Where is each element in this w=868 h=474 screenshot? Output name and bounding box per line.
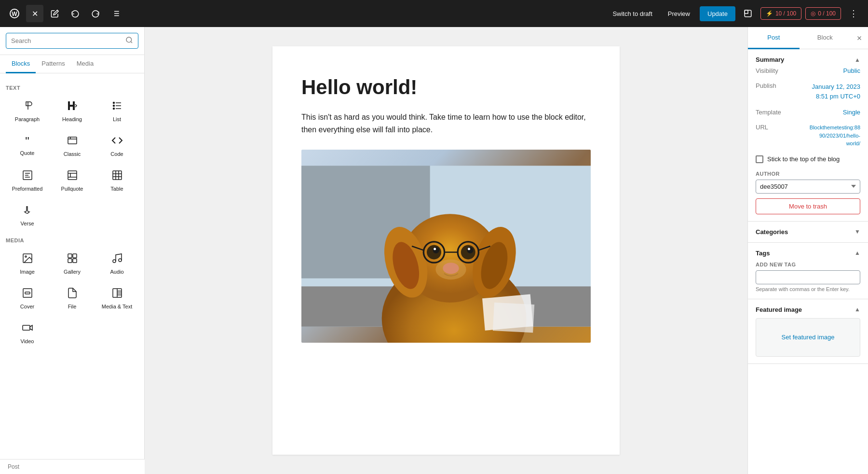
svg-point-35 (25, 256, 27, 257)
file-icon (67, 287, 78, 301)
visibility-value[interactable]: Public (843, 67, 860, 74)
edit-button[interactable] (46, 5, 64, 22)
close-sidebar-button[interactable] (851, 29, 868, 47)
svg-point-65 (468, 248, 470, 250)
publish-value[interactable]: January 12, 2023 8:51 pm UTC+0 (812, 82, 860, 101)
block-list[interactable]: List (95, 95, 138, 127)
preview-button[interactable]: Preview (662, 7, 696, 20)
block-audio[interactable]: Audio (95, 247, 138, 280)
audio-icon (111, 252, 123, 266)
categories-section-header[interactable]: Categories ▼ (756, 228, 860, 236)
block-media-text[interactable]: Media & Text (95, 282, 138, 315)
block-video[interactable]: Video (6, 317, 49, 349)
undo-button[interactable] (67, 5, 84, 22)
redo-button[interactable] (87, 5, 104, 22)
author-label: AUTHOR (756, 171, 860, 177)
media-section-label: MEDIA (6, 237, 138, 243)
url-row: URL Blockthemetesting:88 90/2023/01/hell… (756, 120, 860, 152)
block-gallery[interactable]: Gallery (51, 247, 94, 280)
toolbar-left: W ✕ (6, 5, 124, 22)
tags-chevron-icon: ▲ (854, 250, 860, 256)
block-image-label: Image (20, 269, 35, 275)
sidebar-tabs: Blocks Patterns Media (0, 55, 144, 73)
block-video-label: Video (21, 338, 34, 344)
view-mode-button[interactable] (739, 5, 757, 22)
block-cover-label: Cover (20, 304, 34, 309)
summary-section: Summary ▲ Visibility Public Publish Janu… (748, 49, 868, 222)
zero-icon: ◎ (811, 10, 815, 17)
block-quote-label: Quote (20, 150, 35, 156)
ai-icon: ⚡ (766, 10, 773, 17)
update-button[interactable]: Update (700, 6, 735, 21)
search-area (0, 27, 144, 55)
categories-section: Categories ▼ (748, 222, 868, 243)
block-pullquote[interactable]: Pullquote (51, 164, 94, 197)
tab-block[interactable]: Block (800, 27, 851, 49)
block-table-label: Table (110, 186, 123, 192)
svg-rect-43 (25, 292, 30, 294)
svg-rect-25 (68, 171, 77, 180)
publish-row: Publish January 12, 2023 8:51 pm UTC+0 (756, 78, 860, 105)
svg-rect-42 (23, 289, 32, 297)
tags-section-header[interactable]: Tags ▲ (756, 250, 860, 257)
set-featured-image-button[interactable]: Set featured image (782, 334, 835, 341)
heading-icon (67, 100, 78, 113)
svg-rect-37 (73, 254, 77, 258)
block-quote[interactable]: " Quote (6, 129, 49, 162)
switch-draft-button[interactable]: Switch to draft (607, 7, 658, 20)
svg-point-15 (113, 102, 114, 104)
paragraph-icon (22, 100, 33, 113)
classic-icon (67, 135, 78, 148)
featured-image-section: Featured image ▲ Set featured image (748, 299, 868, 364)
block-verse[interactable]: Verse (6, 199, 49, 232)
list-view-button[interactable] (107, 5, 124, 22)
publish-line1: January 12, 2023 (812, 83, 860, 90)
code-icon (111, 135, 123, 148)
tab-blocks[interactable]: Blocks (6, 55, 36, 73)
svg-rect-36 (68, 254, 72, 258)
wp-logo[interactable]: W (6, 5, 23, 22)
move-trash-button[interactable]: Move to trash (756, 198, 860, 214)
tab-patterns[interactable]: Patterns (36, 55, 70, 73)
block-file[interactable]: File (51, 282, 94, 315)
toolbar-right: Switch to draft Preview Update ⚡ 10 / 10… (607, 5, 862, 22)
ai-badge-label: 10 / 100 (775, 10, 796, 17)
block-classic[interactable]: Classic (51, 129, 94, 162)
block-heading[interactable]: Heading (51, 95, 94, 127)
svg-rect-39 (73, 259, 77, 263)
search-input[interactable] (11, 37, 122, 44)
url-value[interactable]: Blockthemetesting:88 90/2023/01/hello- w… (810, 124, 860, 148)
ai-badge-button[interactable]: ⚡ 10 / 100 (760, 7, 801, 20)
block-image[interactable]: Image (6, 247, 49, 280)
author-select[interactable]: dee35007 (756, 180, 860, 194)
toolbar: W ✕ Switch to draft Preview Update ⚡ 10 … (0, 0, 868, 27)
svg-rect-9 (745, 10, 748, 14)
post-title[interactable]: Hello world! (301, 75, 591, 99)
block-table[interactable]: Table (95, 164, 138, 197)
svg-line-11 (131, 42, 132, 43)
publish-line2: 8:51 pm UTC+0 (816, 93, 860, 100)
stick-checkbox[interactable] (756, 155, 763, 163)
stick-row: Stick to the top of the blog (756, 152, 860, 167)
block-preformatted[interactable]: Preformatted (6, 164, 49, 197)
more-options-button[interactable]: ⋮ (845, 5, 862, 22)
url-line2: 90/2023/01/hello- (819, 133, 860, 139)
block-code[interactable]: Code (95, 129, 138, 162)
svg-point-41 (119, 259, 122, 262)
block-cover[interactable]: Cover (6, 282, 49, 315)
post-image[interactable] (301, 150, 591, 343)
tab-post[interactable]: Post (748, 27, 800, 49)
tag-input[interactable] (756, 270, 860, 284)
summary-section-header[interactable]: Summary ▲ (756, 56, 860, 63)
featured-image-area[interactable]: Set featured image (756, 318, 860, 357)
close-button[interactable]: ✕ (26, 5, 43, 22)
list-icon (111, 100, 123, 113)
block-paragraph[interactable]: Paragraph (6, 95, 49, 127)
post-body[interactable]: This isn't as hard as you would think. T… (301, 111, 591, 136)
right-sidebar: Post Block Summary ▲ Visibility Public P… (747, 27, 868, 474)
zero-badge-button[interactable]: ◎ 0 / 100 (805, 7, 841, 20)
template-value[interactable]: Single (843, 109, 860, 116)
featured-image-title: Featured image (756, 306, 802, 313)
featured-image-section-header[interactable]: Featured image ▲ (756, 306, 860, 313)
tab-media[interactable]: Media (71, 55, 99, 73)
